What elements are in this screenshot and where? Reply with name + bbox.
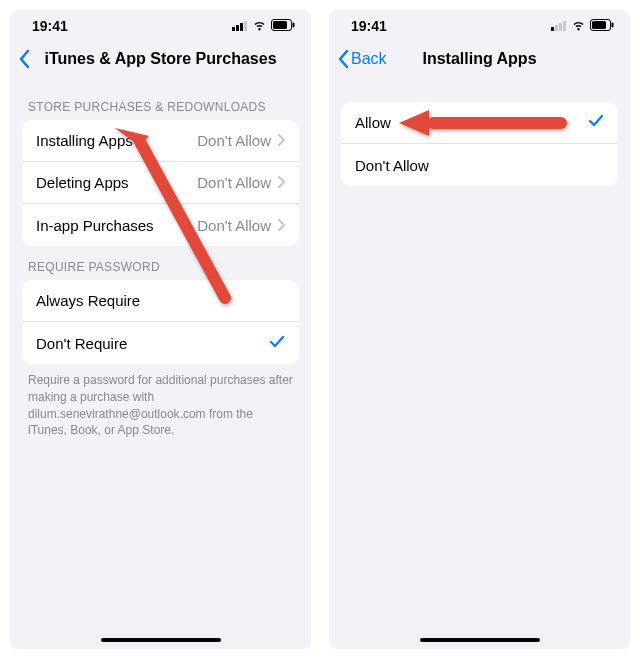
back-button[interactable] bbox=[18, 38, 30, 80]
cellular-icon bbox=[551, 18, 567, 34]
section-footer-password: Require a password for additional purcha… bbox=[10, 364, 311, 439]
row-label: Deleting Apps bbox=[36, 174, 197, 191]
row-installing-apps[interactable]: Installing Apps Don't Allow bbox=[22, 120, 299, 162]
group-options: Allow Don't Allow bbox=[341, 102, 618, 186]
row-detail: Don't Allow bbox=[197, 217, 271, 234]
chevron-left-icon bbox=[337, 49, 349, 69]
row-in-app-purchases[interactable]: In-app Purchases Don't Allow bbox=[22, 204, 299, 246]
row-detail: Don't Allow bbox=[197, 174, 271, 191]
svg-rect-3 bbox=[244, 21, 247, 31]
content: Allow Don't Allow bbox=[329, 80, 630, 649]
row-deleting-apps[interactable]: Deleting Apps Don't Allow bbox=[22, 162, 299, 204]
row-detail: Don't Allow bbox=[197, 132, 271, 149]
row-label: Always Require bbox=[36, 292, 285, 309]
svg-rect-6 bbox=[293, 23, 295, 28]
row-allow[interactable]: Allow bbox=[341, 102, 618, 144]
row-dont-require[interactable]: Don't Require bbox=[22, 322, 299, 364]
svg-rect-1 bbox=[236, 25, 239, 31]
chevron-right-icon bbox=[277, 174, 285, 191]
home-indicator bbox=[101, 638, 221, 642]
nav-bar: Back Installing Apps bbox=[329, 38, 630, 80]
chevron-right-icon bbox=[277, 132, 285, 149]
svg-rect-2 bbox=[240, 23, 243, 31]
row-label: Don't Require bbox=[36, 335, 269, 352]
row-always-require[interactable]: Always Require bbox=[22, 280, 299, 322]
svg-rect-5 bbox=[273, 21, 287, 29]
home-indicator bbox=[420, 638, 540, 642]
nav-bar: iTunes & App Store Purchases bbox=[10, 38, 311, 80]
status-bar: 19:41 bbox=[329, 10, 630, 38]
wifi-icon bbox=[571, 18, 586, 34]
wifi-icon bbox=[252, 18, 267, 34]
status-time: 19:41 bbox=[32, 18, 68, 34]
row-label: Allow bbox=[355, 114, 588, 131]
screenshot-left: 19:41 iTunes & App Store Purchases STORE… bbox=[10, 10, 311, 649]
status-icons bbox=[551, 18, 614, 34]
checkmark-icon bbox=[588, 114, 604, 131]
group-store: Installing Apps Don't Allow Deleting App… bbox=[22, 120, 299, 246]
battery-icon bbox=[271, 18, 295, 34]
row-label: Don't Allow bbox=[355, 157, 604, 174]
chevron-right-icon bbox=[277, 217, 285, 234]
group-password: Always Require Don't Require bbox=[22, 280, 299, 364]
section-header-store: STORE PURCHASES & REDOWNLOADS bbox=[10, 86, 311, 120]
content: STORE PURCHASES & REDOWNLOADS Installing… bbox=[10, 80, 311, 649]
svg-rect-11 bbox=[559, 23, 562, 31]
svg-rect-0 bbox=[232, 27, 235, 31]
cellular-icon bbox=[232, 18, 248, 34]
svg-rect-12 bbox=[563, 21, 566, 31]
page-title: iTunes & App Store Purchases bbox=[44, 50, 276, 68]
row-dont-allow[interactable]: Don't Allow bbox=[341, 144, 618, 186]
screenshot-right: 19:41 Back Installing Apps Allow bbox=[329, 10, 630, 649]
row-label: In-app Purchases bbox=[36, 217, 197, 234]
page-title: Installing Apps bbox=[422, 50, 536, 68]
battery-icon bbox=[590, 18, 614, 34]
section-header-password: REQUIRE PASSWORD bbox=[10, 246, 311, 280]
checkmark-icon bbox=[269, 335, 285, 352]
svg-rect-9 bbox=[551, 27, 554, 31]
back-button[interactable]: Back bbox=[337, 38, 387, 80]
svg-rect-14 bbox=[592, 21, 606, 29]
status-bar: 19:41 bbox=[10, 10, 311, 38]
status-time: 19:41 bbox=[351, 18, 387, 34]
row-label: Installing Apps bbox=[36, 132, 197, 149]
status-icons bbox=[232, 18, 295, 34]
svg-rect-15 bbox=[612, 23, 614, 28]
svg-rect-10 bbox=[555, 25, 558, 31]
chevron-left-icon bbox=[18, 49, 30, 69]
back-label: Back bbox=[351, 50, 387, 68]
